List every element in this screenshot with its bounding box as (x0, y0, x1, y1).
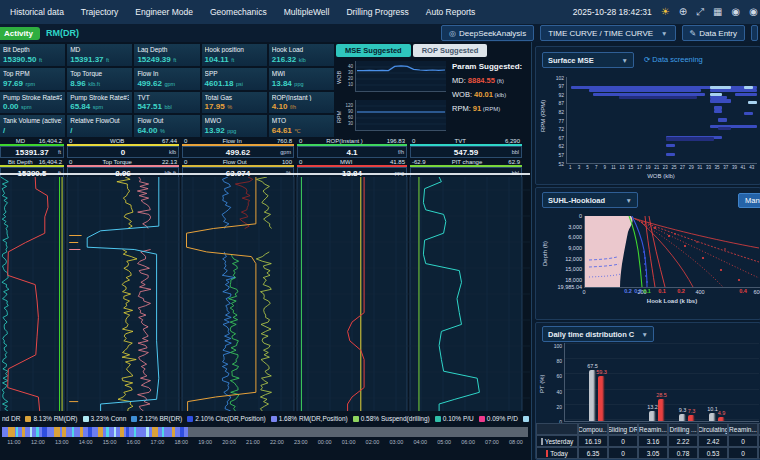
nav-item-geomechanics[interactable]: Geomechanics (210, 7, 267, 17)
timeline-ticks: 11:0012:0013:0014:0015:0016:0017:0018:00… (2, 439, 528, 447)
param-label: MD: (452, 76, 468, 85)
curve-value: 15391.37ft (0, 146, 64, 158)
top-nav-right: 2025-10-28 18:42:31 ☀ ⊕ ⤢ ▦ ◉ ◉ (573, 7, 750, 17)
curve-mode-value: TIME CURVE / TIME CURVE (548, 29, 653, 38)
curve-mode-select[interactable]: TIME CURVE / TIME CURVE ▼ (540, 25, 675, 41)
activity-legend: nd DR8.13% RM(DR)3.23% Conn2.12% BR(DR)2… (2, 412, 530, 425)
nav-item-drilling-progress[interactable]: Drilling Progress (346, 7, 408, 17)
tile-label: ROP(Instant ) (272, 94, 331, 101)
track-header-md[interactable]: MD16,404.215391.37ftBit Depth16,404.2153… (0, 137, 64, 177)
rpm-mini-chart: RPM 120906030 (336, 99, 448, 135)
friction-factor-label: 0.3 (634, 288, 642, 294)
track-header-wob[interactable]: 0WOB67.440klb0Top Torque22.138.96klb.ft (67, 137, 179, 177)
bar-value-label: 67.5 (587, 363, 598, 369)
timeline-tick: 20:00 (222, 439, 236, 445)
tab-mse-suggested[interactable]: MSE Suggested (336, 44, 411, 57)
language-icon[interactable]: ⊕ (679, 7, 687, 17)
table-header-reamin: Reamin... (728, 423, 758, 435)
time-cursor-line[interactable] (0, 173, 530, 175)
nav-item-auto-reports[interactable]: Auto Reports (426, 7, 476, 17)
table-cell: 16.19 (578, 435, 608, 447)
legend-swatch (187, 416, 193, 422)
legend-item-0-09[interactable]: 0.09% (523, 415, 530, 422)
tile-pump-stroke-rate-2: Pump Stroke Rate#20.00 spm (0, 92, 65, 114)
nav-item-multiplewell[interactable]: MultipleWell (284, 7, 330, 17)
daily-distribution-select[interactable]: Daily time distribution C▼ (542, 326, 654, 342)
log-plot-area[interactable] (0, 177, 530, 411)
legend-item-2-10-circ-dr-position[interactable]: 2.10% Circ(DR,Position) (187, 415, 265, 422)
curve-unit: f/h (398, 149, 404, 155)
tile-mwi: MWI13.84 ppg (269, 68, 334, 90)
timeline-tick: 05:00 (437, 439, 451, 445)
track-header-tvt[interactable]: 0TVT6,290547.59bbl-62.9PIT change62.9bbl (410, 137, 522, 177)
record-icon[interactable]: ◉ (732, 7, 741, 17)
timeline-segment (42, 427, 47, 437)
legend-item-2-12-br-dr[interactable]: 2.12% BR(DR) (131, 415, 182, 422)
curve-name: MWI (340, 159, 352, 165)
curve-name: Flow Out (223, 159, 247, 165)
data-screening-link[interactable]: ⟳Data screening (644, 55, 703, 64)
surface-mse-select[interactable]: Surface MSE▼ (542, 52, 634, 68)
tile-label: Pump Stroke Rate#2 (3, 94, 62, 101)
nav-item-trajectory[interactable]: Trajectory (81, 7, 118, 17)
bar-today (658, 399, 665, 421)
legend-item-0-09-p-d[interactable]: 0.09% P/D (479, 415, 518, 422)
grid-icon[interactable]: ▦ (713, 7, 722, 17)
tile-hook-position: Hook position104.11 ft (202, 44, 267, 66)
partial-button[interactable] (751, 25, 758, 41)
nav-item-historical-data[interactable]: Historical data (10, 7, 64, 17)
activity-timeline[interactable] (2, 427, 528, 437)
data-entry-button[interactable]: ✎ Data Entry (682, 25, 746, 41)
legend-item-3-23-conn[interactable]: 3.23% Conn (83, 415, 127, 422)
chevron-down-icon: ▼ (661, 30, 667, 37)
row-marker (541, 438, 543, 445)
curve-value: 547.59bbl (410, 146, 522, 158)
partial-icon[interactable]: ◉ (749, 7, 758, 17)
heatmap-cell (589, 89, 701, 92)
timeline-tick: 01:00 (342, 439, 356, 445)
sun-icon[interactable]: ☀ (661, 7, 670, 17)
curve-unit: bbl (512, 149, 519, 155)
fullscreen-icon[interactable]: ⤢ (696, 7, 704, 17)
tile-label: MWO (205, 117, 264, 124)
legend-item-0-58-suspend-drilling[interactable]: 0.58% Suspend(drilling) (353, 415, 430, 422)
data-screening-label: Data screening (652, 55, 702, 64)
heatmap-cell (666, 153, 675, 156)
timeline-tick: 02:00 (366, 439, 380, 445)
axis-tick: 9 (604, 165, 607, 170)
nav-item-engineer-mode[interactable]: Engineer Mode (135, 7, 193, 17)
table-cell: 3.16 (638, 435, 668, 447)
timeline-tick: 19:00 (198, 439, 212, 445)
legend-item-8-13-rm-dr[interactable]: 8.13% RM(DR) (25, 415, 77, 422)
legend-swatch (271, 416, 277, 422)
axis-tick: 29 (689, 165, 694, 170)
axis-tick: 87 (558, 100, 564, 106)
manual-button[interactable]: Manu (738, 193, 760, 208)
curve-name: PIT change (452, 159, 483, 165)
surface-mse-card: Surface MSE▼ ⟳Data screening RPM (RPM) 1… (535, 46, 760, 185)
track-header-rop-instant[interactable]: 0ROP(Instant )196.834.1f/h0MWI41.8513.84… (297, 137, 407, 177)
legend-item-nd-dr[interactable]: nd DR (2, 415, 20, 422)
axis-tick: 120 (345, 103, 353, 108)
track-header-flow-in[interactable]: 0Flow In760.8499.62gpm0Flow Out10063.974… (182, 137, 294, 177)
tile-total-gas: Total Gas17.95 % (202, 92, 267, 114)
legend-item-0-10-p-u[interactable]: 0.10% P/U (435, 415, 474, 422)
legend-item-1-68-rm-dr-position[interactable]: 1.68% RM(DR,Position) (271, 415, 348, 422)
tile-unit: klb (297, 57, 306, 63)
timeline-tick: 23:00 (294, 439, 308, 445)
axis-tick: 13 (620, 165, 625, 170)
tile-bit-depth: Bit Depth15390.50 ft (0, 44, 65, 66)
deepseek-analysis-button[interactable]: ◎ DeepSeekAnalysis (441, 25, 534, 41)
curve-name: Top Torque (102, 159, 132, 165)
curve-scale-row: 0Top Torque22.13 (67, 158, 179, 165)
heatmap-cell (735, 93, 757, 96)
axis-tick: 33 (706, 165, 711, 170)
tab-rop-suggested[interactable]: ROP Suggested (413, 44, 488, 57)
axis-tick: 3,000 (568, 224, 582, 230)
suhl-select[interactable]: SUHL-Hookload▼ (542, 192, 638, 208)
legend-swatch (131, 416, 137, 422)
timeline-tick: 22:00 (270, 439, 284, 445)
tile-label: Hook position (205, 46, 264, 53)
axis-tick: 92 (558, 92, 564, 98)
legend-label: 2.12% BR(DR) (139, 415, 182, 422)
